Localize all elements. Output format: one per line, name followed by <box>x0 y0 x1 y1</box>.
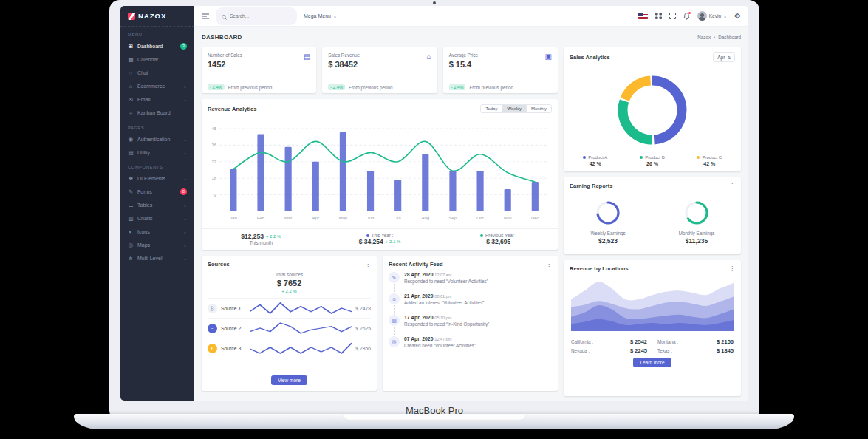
store-icon: ⌂ <box>427 52 431 81</box>
delta-badge: - 2.4% <box>449 84 466 90</box>
svg-text:27: 27 <box>211 159 216 164</box>
dashboard-icon: ⊞ <box>128 43 134 50</box>
sidebar-item-ecommerce[interactable]: ⌂ Ecommerce ⌄ <box>120 79 194 92</box>
bitcoin-icon: ₿ <box>208 304 217 313</box>
icons-icon: ◐ <box>128 228 134 235</box>
notifications-bell-icon[interactable] <box>683 13 690 20</box>
sidebar-item-multi-level[interactable]: ⋔ Multi Level ⌄ <box>120 251 194 265</box>
calendar-icon: ▦ <box>128 56 134 63</box>
tab-monthly[interactable]: Monthly <box>527 105 551 112</box>
sidebar-item-maps[interactable]: ◎ Maps ⌄ <box>120 238 194 251</box>
breadcrumb-root[interactable]: Nazox <box>697 35 711 40</box>
card-menu-icon[interactable]: ⋮ <box>546 262 552 268</box>
activity-item: ☺ 21 Apr, 2020 08:01 pm Added an interes… <box>389 293 552 315</box>
svg-text:Jun: Jun <box>367 215 375 220</box>
page-title: DASHBOARD <box>202 34 242 41</box>
charts-icon: ▥ <box>128 215 134 222</box>
card-menu-icon[interactable]: ⋮ <box>365 262 371 268</box>
view-more-button[interactable]: View more <box>271 375 307 385</box>
revenue-this-month: $12,253 + 2.2 % This month <box>202 229 321 250</box>
location-stat-california: California : $ 2542 <box>571 338 647 345</box>
logo-text: NAZOX <box>138 12 166 20</box>
sidebar-item-calendar[interactable]: ▦ Calendar <box>120 52 194 66</box>
svg-text:Mar: Mar <box>284 215 293 220</box>
avatar <box>697 11 707 21</box>
sidebar-section-components: COMPONENTS <box>120 159 194 171</box>
month-select[interactable]: Apr ⇅ <box>713 52 735 62</box>
macbook-base-notch <box>342 414 527 421</box>
select-arrows-icon: ⇅ <box>727 55 731 60</box>
svg-text:Dec: Dec <box>531 215 539 220</box>
fullscreen-icon[interactable] <box>669 13 676 19</box>
svg-text:Jul: Jul <box>395 215 401 220</box>
webcam-icon <box>433 1 436 4</box>
source-sparkline <box>250 341 352 355</box>
sidebar-item-email[interactable]: ✉ Email ⌄ <box>120 92 194 106</box>
sidebar-item-icons[interactable]: ◐ Icons ⌄ <box>120 225 194 238</box>
sidebar-item-tables[interactable]: ☷ Tables ⌄ <box>120 198 194 211</box>
apps-grid-icon[interactable] <box>655 13 662 19</box>
litecoin-icon: Ł <box>208 344 217 353</box>
dashboard-app: NAZOX MENU ⊞ Dashboard 3 ▦ Calendar ◌ Ch… <box>120 6 748 401</box>
app-logo[interactable]: NAZOX <box>120 6 194 27</box>
source-row[interactable]: Ł Source 3 $ 2856 <box>208 338 371 358</box>
nazox-logo-icon <box>128 13 135 20</box>
svg-text:9: 9 <box>214 192 217 197</box>
sidebar-item-utility[interactable]: ▤ Utility ⌄ <box>120 146 194 159</box>
stat-card-average-price: Average Price $ 15.4 ▣ - 2.4% From previ… <box>443 47 558 93</box>
sidebar-item-ui-elements[interactable]: ❖ UI Elements ⌄ <box>120 171 194 185</box>
chevron-down-icon: ⌄ <box>183 242 187 248</box>
weekly-earnings: Weekly Earnings $2,523 <box>564 192 652 254</box>
breadcrumb-separator: › <box>714 35 715 40</box>
chat-icon: ◌ <box>128 69 134 76</box>
source-row[interactable]: ₿ Source 1 $ 2478 <box>208 298 371 318</box>
chevron-down-icon: ⌄ <box>183 216 187 221</box>
sidebar-item-kanban-board[interactable]: ⌗ Kanban Board <box>120 106 194 120</box>
card-menu-icon[interactable]: ⋮ <box>729 266 735 272</box>
chevron-down-icon: ⌄ <box>723 13 727 18</box>
breadcrumb: Nazox › Dashboard <box>697 35 741 40</box>
revenue-period-tabs: Today Weekly Monthly <box>480 104 552 113</box>
delta-badge: - 2.4% <box>328 84 345 90</box>
search-input[interactable] <box>230 13 291 18</box>
learn-more-button[interactable]: Learn more <box>633 358 671 367</box>
card-title: Revenue Analytics <box>208 106 256 112</box>
macbook-base <box>74 414 794 429</box>
source-row[interactable]: Ξ Source 2 $ 2625 <box>208 318 371 338</box>
source-sparkline <box>250 321 352 335</box>
svg-text:Apr: Apr <box>312 215 319 220</box>
user-menu[interactable]: Kevin ⌄ <box>697 11 727 21</box>
stat-card-sales-revenue: Sales Revenue $ 38452 ⌂ - 2.4% From prev… <box>322 47 437 93</box>
sidebar-section-menu: MENU <box>120 27 194 39</box>
settings-gear-icon[interactable]: ⚙ <box>734 12 741 20</box>
pencil-icon: ✎ <box>389 272 400 283</box>
sidebar-item-authentication[interactable]: ◉ Authentication ⌄ <box>120 132 194 146</box>
sidebar-item-dashboard[interactable]: ⊞ Dashboard 3 <box>120 39 194 52</box>
sidebar-item-chat[interactable]: ◌ Chat <box>120 66 194 79</box>
chart-icon: ▥ <box>389 315 400 326</box>
svg-text:Feb: Feb <box>257 215 265 220</box>
svg-text:36: 36 <box>211 142 216 147</box>
sidebar-item-forms[interactable]: ✎ Forms 8 <box>120 185 194 198</box>
sidebar-item-charts[interactable]: ▥ Charts ⌄ <box>120 211 194 225</box>
dashboard-badge: 3 <box>180 43 187 50</box>
card-menu-icon[interactable]: ⋮ <box>729 183 735 189</box>
tab-today[interactable]: Today <box>481 105 502 112</box>
svg-text:Sep: Sep <box>449 215 457 220</box>
total-sources: Total sources $ 7652 + 2.2 % <box>202 270 377 298</box>
svg-text:Nov: Nov <box>504 215 513 220</box>
activity-item: ▥ 17 Apr, 2020 05:10 pm Responded to nee… <box>389 315 552 336</box>
search-box[interactable] <box>216 7 297 25</box>
chevron-down-icon: ⌄ <box>183 97 187 102</box>
language-flag-icon[interactable] <box>638 13 648 19</box>
legend-product-a: Product A 42 % <box>567 155 623 166</box>
hamburger-menu-icon[interactable] <box>202 13 209 19</box>
weekly-earnings-radial-chart <box>595 200 621 229</box>
notification-dot <box>688 12 691 14</box>
stat-value: $ 38452 <box>328 60 360 69</box>
ui-elements-icon: ❖ <box>128 175 134 182</box>
mega-menu-button[interactable]: Mega Menu ⌄ <box>304 13 337 18</box>
chevron-down-icon: ⌄ <box>183 203 187 208</box>
recent-activity-feed-card: Recent Activity Feed ⋮ ✎ 28 Apr, 2020 12… <box>383 256 558 391</box>
tab-weekly[interactable]: Weekly <box>502 105 527 112</box>
